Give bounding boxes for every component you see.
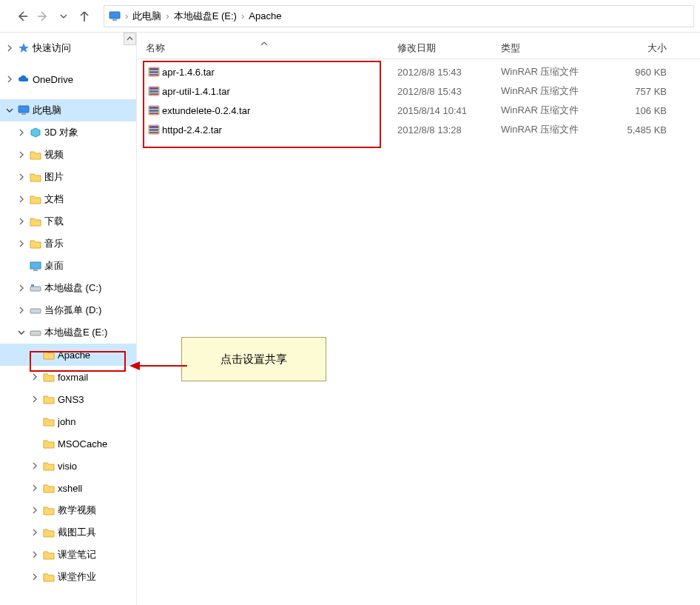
cloud-icon (16, 75, 31, 84)
tree-drive-c[interactable]: 本地磁盘 (C:) (0, 277, 136, 299)
col-header-name[interactable]: 名称 (146, 41, 397, 55)
nav-up-button[interactable] (74, 6, 95, 27)
callout-text: 点击设置共享 (221, 352, 287, 367)
tree-spacer (0, 59, 136, 68)
column-headers: 名称 修改日期 类型 大小 (137, 37, 700, 59)
chevron-right-icon[interactable] (15, 151, 28, 158)
chevron-right-icon[interactable] (28, 507, 41, 514)
file-row[interactable]: extundelete-0.2.4.tar2015/8/14 10:41WinR… (137, 101, 700, 120)
file-row[interactable]: apr-util-1.4.1.tar2012/8/8 15:43WinRAR 压… (137, 81, 700, 101)
chevron-right-icon[interactable] (15, 218, 28, 225)
tree-folder-class-work[interactable]: 课堂作业 (0, 566, 136, 588)
folder-icon (41, 395, 56, 404)
tree-label: 教学视频 (58, 504, 136, 517)
tree-label: visio (58, 461, 136, 472)
tree-folder-foxmail[interactable]: foxmail (0, 366, 136, 388)
tree-drive-d[interactable]: 当你孤单 (D:) (0, 299, 136, 321)
main-split: 快速访问 OneDrive 此电脑 3D 对象 视频 图片 文档 下载 音乐 桌… (0, 33, 700, 605)
tree-videos[interactable]: 视频 (0, 144, 136, 166)
chevron-right-icon[interactable] (15, 173, 28, 181)
tree-folder-gns3[interactable]: GNS3 (0, 388, 136, 410)
tree-label: 快速访问 (33, 41, 136, 55)
tree-3d-objects[interactable]: 3D 对象 (0, 121, 136, 144)
folder-icon (41, 506, 56, 515)
tree-label: 本地磁盘E (E:) (44, 326, 136, 339)
svg-marker-5 (31, 128, 40, 137)
chevron-right-icon[interactable] (3, 76, 16, 83)
chevron-right-icon[interactable] (15, 307, 28, 314)
folder-icon (41, 484, 56, 493)
svg-rect-0 (110, 12, 120, 19)
archive-icon (146, 85, 162, 97)
folder-icon (41, 461, 56, 471)
tree-drive-e[interactable]: 本地磁盘E (E:) (0, 321, 136, 344)
tree-folder-teach-video[interactable]: 教学视频 (0, 499, 136, 521)
tree-folder-john[interactable]: john (0, 410, 136, 432)
tree-folder-msocache[interactable]: MSOCache (0, 432, 136, 455)
file-size: 5,485 KB (612, 124, 679, 136)
tree-folder-visio[interactable]: visio (0, 455, 136, 477)
chevron-right-icon[interactable]: › (238, 10, 247, 21)
tree-label: MSOCache (58, 438, 136, 449)
drive-icon (28, 306, 43, 315)
tree-label: foxmail (58, 372, 136, 383)
breadcrumb[interactable]: › 此电脑 › 本地磁盘E (E:) › Apache (104, 5, 694, 27)
chevron-right-icon[interactable] (3, 44, 16, 52)
tree-label: 当你孤单 (D:) (44, 304, 136, 317)
file-rows: apr-1.4.6.tar2012/8/8 15:43WinRAR 压缩文件96… (137, 59, 700, 139)
tree-pictures[interactable]: 图片 (0, 166, 136, 188)
tree-music[interactable]: 音乐 (0, 233, 136, 255)
tree-label: 下载 (44, 215, 136, 228)
file-type: WinRAR 压缩文件 (501, 104, 612, 117)
chevron-right-icon[interactable] (15, 284, 28, 292)
chevron-right-icon[interactable]: › (122, 10, 131, 21)
svg-rect-9 (31, 284, 34, 287)
tree-label: 图片 (44, 170, 136, 184)
nav-recent-button[interactable] (53, 6, 74, 27)
tree-folder-xshell[interactable]: xshell (0, 477, 136, 499)
tree-quick-access[interactable]: 快速访问 (0, 37, 136, 59)
tree-desktop[interactable]: 桌面 (0, 255, 136, 277)
tree-label: 截图工具 (58, 526, 136, 539)
file-name: apr-util-1.4.1.tar (162, 86, 397, 97)
folder-icon (28, 217, 43, 227)
chevron-right-icon[interactable] (28, 551, 41, 558)
tree-this-pc[interactable]: 此电脑 (0, 99, 136, 121)
nav-forward-button[interactable] (33, 6, 53, 27)
folder-icon (41, 417, 56, 427)
file-row[interactable]: httpd-2.4.2.tar2012/8/8 13:28WinRAR 压缩文件… (137, 120, 700, 139)
file-row[interactable]: apr-1.4.6.tar2012/8/8 15:43WinRAR 压缩文件96… (137, 62, 700, 81)
col-header-type[interactable]: 类型 (501, 41, 612, 55)
breadcrumb-this-pc[interactable]: 此电脑 (131, 10, 163, 23)
chevron-right-icon[interactable] (15, 129, 28, 136)
tree-folder-apache[interactable]: Apache (0, 344, 136, 366)
tree-label: john (58, 416, 136, 427)
chevron-right-icon[interactable] (28, 484, 41, 492)
tree-label: OneDrive (33, 74, 136, 85)
tree-folder-class-notes[interactable]: 课堂笔记 (0, 544, 136, 566)
tree-folder-screenshot-tool[interactable]: 截图工具 (0, 521, 136, 544)
chevron-right-icon[interactable] (28, 395, 41, 403)
chevron-down-icon[interactable] (15, 329, 28, 336)
col-header-size[interactable]: 大小 (612, 41, 679, 55)
chevron-right-icon[interactable] (28, 529, 41, 536)
col-header-date[interactable]: 修改日期 (397, 41, 501, 55)
chevron-right-icon[interactable]: › (163, 10, 172, 21)
navigation-tree: 快速访问 OneDrive 此电脑 3D 对象 视频 图片 文档 下载 音乐 桌… (0, 33, 137, 605)
nav-back-button[interactable] (12, 6, 33, 27)
tree-label: 课堂作业 (58, 570, 136, 584)
chevron-right-icon[interactable] (28, 573, 41, 581)
archive-icon (146, 124, 162, 136)
breadcrumb-drive-e[interactable]: 本地磁盘E (E:) (172, 10, 238, 23)
tree-label: 音乐 (44, 237, 136, 250)
tree-documents[interactable]: 文档 (0, 188, 136, 210)
tree-onedrive[interactable]: OneDrive (0, 68, 136, 90)
tree-downloads[interactable]: 下载 (0, 210, 136, 233)
chevron-right-icon[interactable] (28, 373, 41, 381)
chevron-down-icon[interactable] (3, 107, 16, 114)
chevron-right-icon[interactable] (15, 195, 28, 203)
chevron-right-icon[interactable] (28, 462, 41, 469)
chevron-right-icon[interactable] (15, 240, 28, 247)
svg-rect-25 (149, 126, 158, 128)
breadcrumb-folder[interactable]: Apache (247, 10, 283, 21)
